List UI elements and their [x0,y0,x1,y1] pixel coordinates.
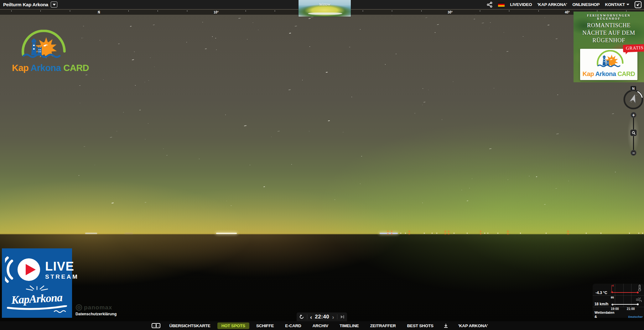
horizon-light [454,233,454,234]
kap-arkona-script-logo: KapArkona [2,285,72,315]
star [252,23,253,23]
daylight-preview-thumbnail[interactable]: Wittow [299,0,351,17]
star [163,149,164,149]
turbine-light [480,233,481,234]
weather-source-label: Wetterdaten & Prognosen [595,311,614,318]
horizon-light [424,233,425,234]
wind-value: 18 km/h [593,302,610,306]
star [123,112,123,113]
menu-item-schiffe[interactable]: SCHIFFE [252,322,278,329]
star [250,165,250,165]
turbine-light [391,233,392,234]
lighthouse-rays-icon [6,285,68,291]
turbine-light [507,233,508,234]
german-flag-icon[interactable] [498,3,505,7]
star [385,64,385,65]
ship-lights [380,233,398,234]
horizon-light [467,233,468,234]
panomax-logo[interactable]: panomax [75,304,117,311]
pan-mode-button[interactable]: ← → [152,323,160,328]
fullscreen-icon [636,3,640,7]
stream-label: STREAM [45,274,79,280]
share-button[interactable] [486,2,493,8]
menu-item-e-card[interactable]: E-CARD [281,322,305,329]
current-time[interactable]: 22:40 [315,314,329,320]
turbine-light [409,231,410,232]
download-button[interactable] [440,323,451,328]
horizon-light [638,233,639,234]
fullscreen-button[interactable] [635,1,641,8]
next-image-button[interactable]: › [332,314,334,320]
wind-dot [637,303,639,305]
heading-tick [128,10,129,12]
star [145,139,145,140]
gratis-badge: GRATIS [623,44,644,53]
camera-dropdown-button[interactable] [51,2,57,8]
horizon-light [586,233,587,234]
ruegenhof-advertisement[interactable]: FERIENWOHNUNGEN RÜGENHOF ROMANTISCHENÄCH… [574,12,644,82]
star [134,52,135,52]
skip-to-latest-icon [340,315,345,319]
horizon-light [400,233,401,234]
chevron-down-icon [626,3,629,6]
kap-arkona-card-logo: Kap Arkona CARD [12,30,71,73]
star [100,40,100,40]
heading-tick [246,10,246,12]
zoom-handle[interactable] [630,129,637,136]
heading-tick [480,10,480,12]
menu-item-archiv[interactable]: ARCHIV [308,322,333,329]
compass-north-label[interactable]: N [630,86,636,91]
panorama-viewer[interactable]: N10°20°30°40° Wittow Peilturm Kap Arkona… [0,0,644,330]
play-icon [5,255,42,284]
turbine-light [480,231,481,232]
menu-item-kap-arkona[interactable]: 'KAP ARKONA' [454,322,492,329]
menu-item-hot-spots[interactable]: HOT SPOTS [217,322,249,329]
cliff-graphic [308,13,342,15]
menu-item-uebersichtskarte[interactable]: ÜBERSICHTSKARTE [165,322,215,329]
heading-tick [275,10,275,12]
time-controls: ‹ 22:40 › [297,312,347,321]
privacy-link[interactable]: Datenschutzerklärung [75,312,117,316]
star [349,47,350,47]
ad-logo-word-arkona: Arkona [595,70,616,77]
compass-widget[interactable]: N [621,86,644,111]
logo-word-card: CARD [61,63,89,73]
wind-axis-min: 0 [612,303,613,306]
nav-kap-arkona[interactable]: 'KAP ARKONA' [537,2,567,7]
star [271,137,272,137]
nav-livevideo[interactable]: LIVEVIDEO [510,2,532,7]
zoom-in-button[interactable]: + [631,112,636,118]
wind-axis-max: 85 [611,296,614,299]
night-sky-panorama [0,0,644,330]
latest-image-button[interactable] [340,315,345,319]
weather-widget[interactable]: -4.3 °C 18 km/h 4 -6 85 0 19:00 [593,284,644,318]
menu-item-zeitraffer[interactable]: ZEITRAFFER [366,322,400,329]
menu-item-best-shots[interactable]: BEST SHOTS [403,322,438,329]
nav-kontakt[interactable]: KONTAKT [605,2,629,7]
heading-label: N [98,11,100,14]
zoom-slider[interactable]: + − [628,112,639,156]
heading-label: 40° [565,11,570,14]
horizon-light [520,233,521,234]
zoom-out-button[interactable]: − [631,150,636,156]
weather-charts: 4 -6 85 0 19:00 21:00 [610,284,643,311]
horizon-light [546,233,547,234]
horizon-light [629,233,630,234]
kap-arkona-brand-text: KapArkona [11,291,63,307]
menu-item-timeline[interactable]: TIMELINE [335,322,363,329]
wind-line [611,304,638,305]
star [139,110,140,110]
x-label-2100: 21:00 [627,307,635,311]
nav-onlineshop[interactable]: ONLINESHOP [572,2,600,7]
chevron-down-icon [53,3,56,6]
weather-provider-link[interactable]: Deutscher Wetterdienst [614,315,643,318]
replay-button[interactable] [299,314,304,319]
live-stream-button[interactable]: LIVE STREAM KapArkona [2,248,72,318]
horizon-light [600,233,601,234]
previous-image-button[interactable]: ‹ [310,314,312,320]
share-icon [486,2,493,8]
arrow-right-icon: → [157,324,160,327]
turbine-light [568,231,569,232]
heading-tick [392,10,392,12]
ad-logo-word-kap: Kap [583,70,595,77]
